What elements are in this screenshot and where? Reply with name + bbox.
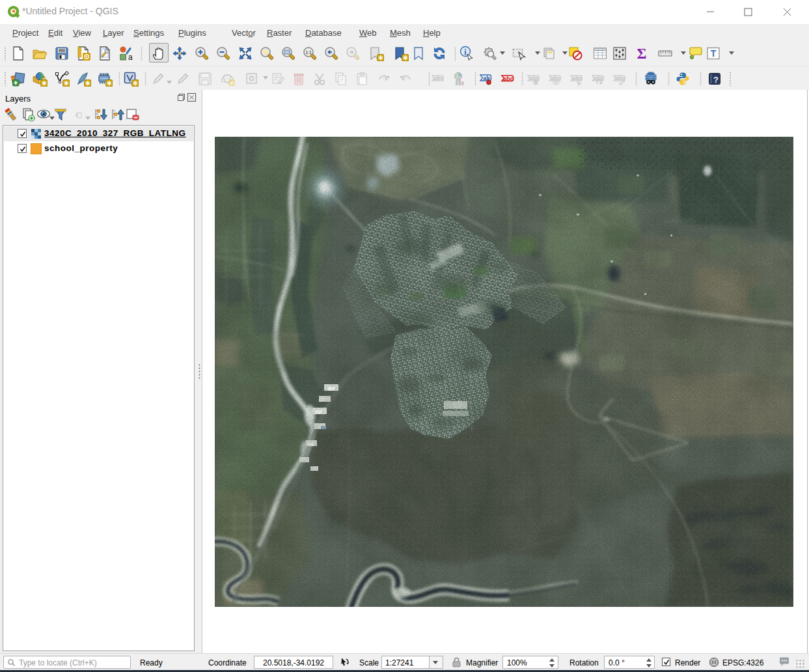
svg-text:Σ: Σ xyxy=(637,46,646,61)
svg-text:T: T xyxy=(711,48,717,59)
svg-text:a: a xyxy=(128,53,133,61)
svg-text:1:1: 1:1 xyxy=(305,50,311,55)
svg-text:abc: abc xyxy=(573,75,583,81)
svg-text:abc: abc xyxy=(551,75,561,81)
svg-text:abc: abc xyxy=(594,75,604,81)
svg-text:abc: abc xyxy=(530,75,540,81)
svg-text:abc: abc xyxy=(503,76,514,82)
svg-text:?: ? xyxy=(713,75,719,85)
svg-text:abc: abc xyxy=(434,75,444,81)
